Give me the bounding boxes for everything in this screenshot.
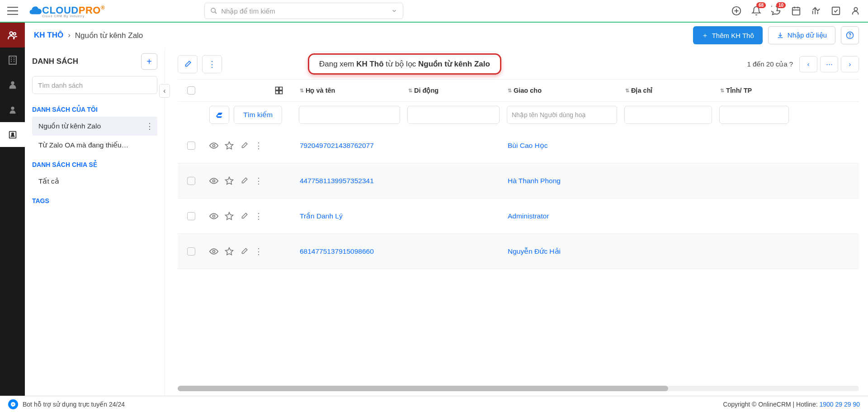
chevron-down-icon[interactable] (391, 8, 397, 14)
table-row[interactable]: ⋮ 4477581139957352341 Hà Thanh Phong (178, 163, 859, 199)
rail-leads[interactable] (0, 23, 25, 47)
edit-icon[interactable] (240, 177, 248, 185)
add-lead-button[interactable]: ＋ Thêm KH Thô (693, 26, 763, 44)
help-icon (846, 31, 854, 39)
edit-columns-button[interactable] (178, 55, 198, 73)
view-icon[interactable] (209, 212, 218, 221)
col-mobile[interactable]: ⇅Di động (404, 87, 503, 94)
list-item[interactable]: Nguồn từ kênh Zalo ⋮ (32, 117, 157, 136)
nav-rail (0, 23, 25, 396)
hamburger-menu[interactable] (0, 0, 25, 22)
star-icon[interactable] (225, 141, 234, 150)
filter-name-input[interactable] (299, 106, 400, 124)
global-search[interactable] (204, 3, 403, 19)
more-icon[interactable]: ⋮ (255, 211, 263, 221)
more-actions-button[interactable]: ⋮ (202, 55, 222, 73)
view-icon[interactable] (209, 247, 218, 256)
add-lead-label: Thêm KH Thô (712, 32, 754, 39)
logo[interactable]: CLOUDPRO® Cloud CRM By Industry (28, 4, 105, 18)
row-checkbox[interactable] (187, 247, 195, 256)
rail-card[interactable] (0, 122, 25, 147)
more-icon[interactable]: ⋮ (255, 176, 263, 186)
more-icon[interactable]: ⋮ (255, 246, 263, 256)
row-checkbox[interactable] (187, 177, 195, 185)
svg-rect-32 (276, 87, 279, 90)
pager-next-button[interactable]: › (841, 56, 859, 72)
filter-row: Tìm kiếm (178, 102, 859, 128)
rail-company[interactable] (0, 47, 25, 72)
filter-addr-input[interactable] (624, 106, 712, 124)
calendar-icon[interactable] (791, 6, 801, 16)
add-list-button[interactable]: + (141, 53, 157, 70)
col-city[interactable]: ⇅Tỉnh/ TP (716, 87, 793, 94)
hotline-link[interactable]: 1900 29 29 90 (819, 401, 860, 408)
messenger-icon[interactable] (8, 399, 18, 409)
col-name[interactable]: ⇅Họ và tên (295, 87, 404, 94)
chat-icon[interactable]: 10 (771, 6, 781, 16)
col-assign[interactable]: ⇅Giao cho (503, 87, 621, 94)
edit-icon[interactable] (240, 247, 248, 256)
view-icon[interactable] (209, 176, 218, 185)
sort-icon: ⇅ (720, 88, 724, 94)
row-checkbox[interactable] (187, 142, 195, 150)
global-search-input[interactable] (221, 7, 391, 15)
list-item-label: Tất cả (38, 177, 59, 185)
horizontal-scrollbar[interactable] (178, 386, 859, 391)
section-my-lists: DANH SÁCH CỦA TÔI (32, 106, 157, 113)
row-assignee[interactable]: Bùi Cao Học (508, 142, 547, 150)
breadcrumb-main[interactable]: KH THÔ (34, 31, 63, 40)
col-addr[interactable]: ⇅Địa chỉ (621, 87, 716, 94)
svg-point-38 (213, 180, 215, 182)
select-all-checkbox[interactable] (187, 86, 195, 95)
import-button[interactable]: Nhập dữ liệu (768, 26, 835, 44)
list-item[interactable]: Tất cả (32, 172, 157, 191)
pager: 1 đến 20 của ? ‹ ⋯ › (747, 56, 859, 72)
clear-filters-button[interactable] (209, 106, 229, 124)
download-icon (777, 32, 784, 39)
footer: Bot hỗ trợ sử dụng trực tuyến 24/24 Copy… (0, 396, 868, 412)
row-name[interactable]: 4477581139957352341 (300, 177, 374, 185)
star-icon[interactable] (225, 212, 234, 221)
table-row[interactable]: ⋮ 6814775137915098660 Nguyễn Đức Hải (178, 234, 859, 269)
row-name[interactable]: 7920497021438762077 (300, 142, 374, 150)
svg-marker-39 (226, 177, 233, 184)
table-row[interactable]: ⋮ 7920497021438762077 Bùi Cao Học (178, 128, 859, 163)
table-row[interactable]: ⋮ Trần Danh Lý Administrator (178, 199, 859, 234)
more-icon[interactable]: ⋮ (255, 141, 263, 151)
star-icon[interactable] (225, 176, 234, 185)
bell-icon[interactable]: 68 (751, 6, 761, 16)
help-button[interactable] (841, 26, 859, 44)
section-tags: TAGS (32, 197, 157, 204)
edit-icon[interactable] (240, 212, 248, 220)
filter-mobile-input[interactable] (407, 106, 500, 124)
svg-point-42 (213, 250, 215, 252)
view-icon[interactable] (209, 141, 218, 150)
grid-icon[interactable] (274, 86, 283, 95)
rail-person[interactable] (0, 97, 25, 122)
breadcrumb-bar: KH THÔ › Nguồn từ kênh Zalo ＋ Thêm KH Th… (25, 23, 868, 48)
add-icon[interactable] (731, 6, 741, 16)
row-assignee[interactable]: Hà Thanh Phong (508, 177, 561, 185)
row-name[interactable]: Trần Danh Lý (300, 212, 343, 220)
filter-assign-input[interactable] (507, 106, 617, 124)
breadcrumb-sub: Nguồn từ kênh Zalo (75, 31, 143, 40)
search-button[interactable]: Tìm kiếm (234, 106, 282, 124)
pager-prev-button[interactable]: ‹ (799, 56, 817, 72)
row-name[interactable]: 6814775137915098660 (300, 247, 374, 256)
sidebar-search[interactable] (32, 76, 157, 94)
user-icon[interactable] (851, 6, 861, 16)
filter-city-input[interactable] (719, 106, 789, 124)
more-icon[interactable]: ⋮ (146, 121, 154, 131)
row-assignee[interactable]: Administrator (508, 212, 549, 220)
sidebar-search-input[interactable] (38, 81, 151, 89)
row-checkbox[interactable] (187, 212, 195, 220)
svg-marker-41 (226, 212, 233, 219)
edit-icon[interactable] (240, 142, 248, 150)
pager-more-button[interactable]: ⋯ (820, 56, 838, 72)
row-assignee[interactable]: Nguyễn Đức Hải (508, 247, 561, 256)
chart-icon[interactable] (811, 6, 821, 16)
rail-contact[interactable] (0, 72, 25, 97)
task-icon[interactable] (831, 6, 841, 16)
star-icon[interactable] (225, 247, 234, 256)
list-item[interactable]: Từ Zalo OA mà đang thiếu… (32, 136, 157, 155)
